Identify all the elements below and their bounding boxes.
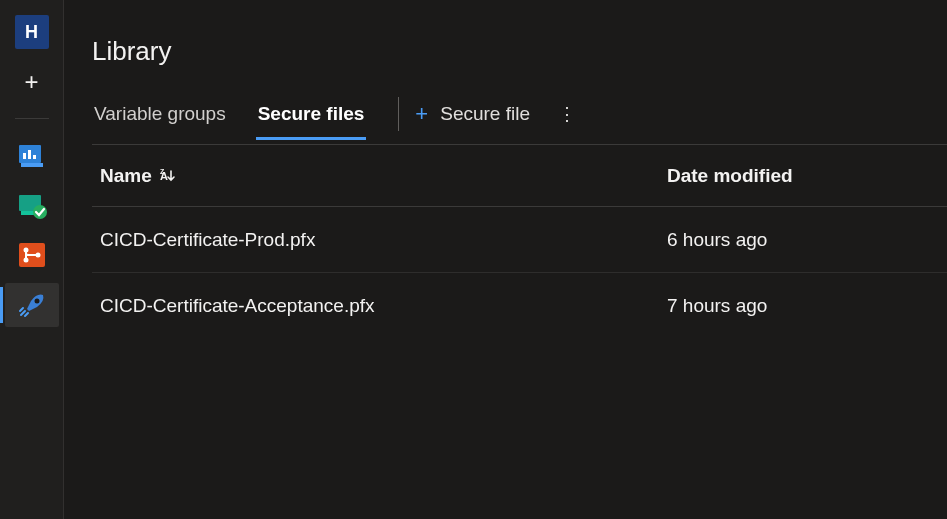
- file-name: CICD-Certificate-Acceptance.pfx: [100, 295, 667, 317]
- page-title: Library: [92, 36, 947, 67]
- file-name: CICD-Certificate-Prod.pfx: [100, 229, 667, 251]
- sort-icon: A Z: [160, 168, 176, 184]
- sidebar: H +: [0, 0, 64, 519]
- svg-rect-4: [33, 155, 36, 159]
- file-modified: 6 hours ago: [667, 229, 947, 251]
- pipelines-rocket-icon: [17, 291, 47, 319]
- svg-point-10: [23, 258, 28, 263]
- svg-point-12: [34, 299, 39, 304]
- table-row[interactable]: CICD-Certificate-Acceptance.pfx 7 hours …: [92, 273, 947, 339]
- tab-separator: [398, 97, 399, 131]
- nav-boards[interactable]: [5, 183, 59, 227]
- add-secure-file-label: Secure file: [440, 103, 530, 125]
- nav-pipelines[interactable]: [5, 283, 59, 327]
- sidebar-divider: [15, 118, 49, 119]
- main-content: Library Variable groups Secure files + S…: [64, 0, 947, 519]
- svg-rect-1: [21, 163, 43, 167]
- svg-text:Z: Z: [160, 168, 165, 175]
- table-row[interactable]: CICD-Certificate-Prod.pfx 6 hours ago: [92, 207, 947, 273]
- column-header-name[interactable]: Name A Z: [100, 165, 667, 187]
- svg-rect-2: [23, 153, 26, 159]
- project-badge: H: [15, 15, 49, 49]
- tabbar: Variable groups Secure files + Secure fi…: [92, 97, 947, 145]
- svg-point-11: [35, 253, 40, 258]
- tab-secure-files[interactable]: Secure files: [256, 103, 367, 139]
- svg-rect-3: [28, 150, 31, 159]
- nav-repos[interactable]: [5, 233, 59, 277]
- more-vertical-icon: ⋮: [558, 104, 577, 124]
- nav-overview[interactable]: [5, 133, 59, 177]
- plus-icon: +: [415, 101, 428, 127]
- overview-icon: [17, 141, 47, 169]
- svg-point-9: [23, 248, 28, 253]
- project-badge-button[interactable]: H: [5, 10, 59, 54]
- column-header-date[interactable]: Date modified: [667, 165, 947, 187]
- table-header: Name A Z Date modified: [92, 145, 947, 207]
- add-project-button[interactable]: +: [5, 60, 59, 104]
- plus-icon: +: [24, 68, 38, 96]
- add-secure-file-button[interactable]: + Secure file: [415, 101, 530, 141]
- tab-variable-groups[interactable]: Variable groups: [92, 103, 228, 139]
- column-name-label: Name: [100, 165, 152, 187]
- boards-icon: [17, 191, 47, 219]
- repos-icon: [17, 241, 47, 269]
- file-modified: 7 hours ago: [667, 295, 947, 317]
- more-actions-button[interactable]: ⋮: [558, 103, 577, 139]
